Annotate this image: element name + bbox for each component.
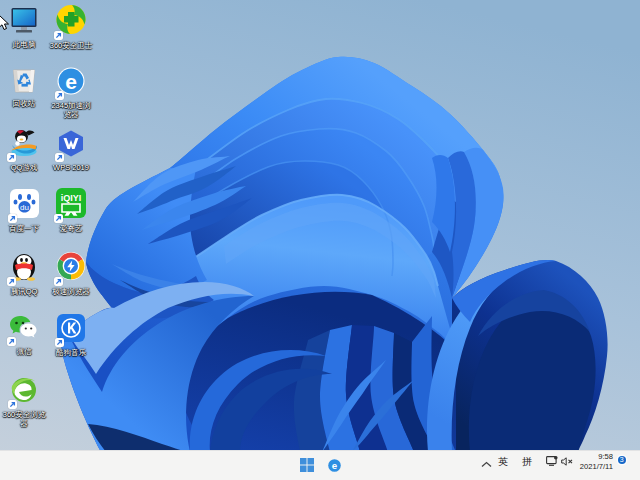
- svg-text:iQIYI: iQIYI: [61, 193, 82, 203]
- svg-text:e: e: [65, 70, 77, 93]
- svg-text:du: du: [20, 203, 29, 212]
- svg-text:e: e: [332, 460, 338, 471]
